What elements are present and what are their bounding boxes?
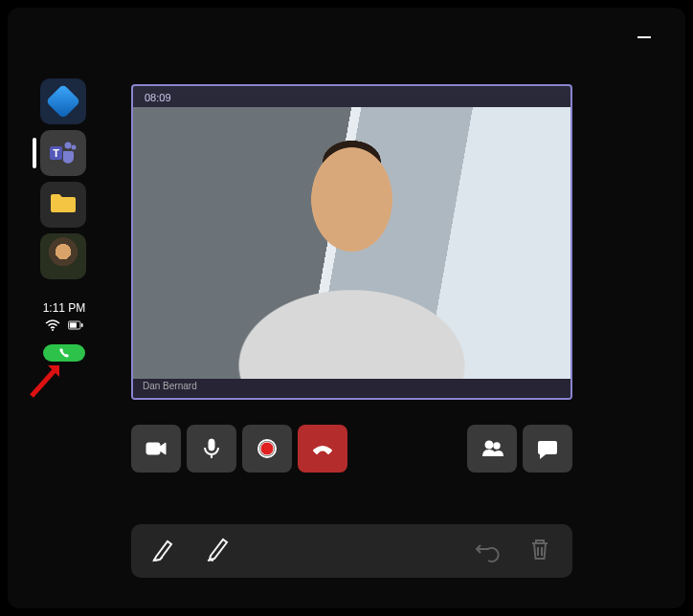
participant-video (133, 107, 570, 379)
end-call-button[interactable] (298, 425, 347, 473)
app-teams[interactable]: T (40, 130, 86, 176)
chat-icon (536, 437, 559, 460)
wifi-icon (45, 319, 60, 336)
svg-point-3 (72, 145, 77, 150)
app-files[interactable] (40, 182, 86, 228)
svg-rect-8 (146, 443, 160, 454)
svg-rect-9 (209, 439, 214, 451)
clock-time: 1:11 PM (36, 300, 92, 317)
undo-button[interactable] (473, 536, 500, 566)
svg-rect-6 (70, 323, 77, 328)
record-icon (256, 437, 279, 460)
minimize-button[interactable] (637, 36, 651, 38)
record-button[interactable] (242, 425, 292, 473)
status-block: 1:11 PM (36, 300, 92, 362)
svg-text:T: T (53, 147, 59, 159)
svg-point-4 (52, 329, 54, 331)
svg-point-11 (260, 442, 274, 455)
pen-icon (204, 536, 231, 562)
folder-icon (49, 191, 78, 218)
dynamics-icon (46, 84, 81, 120)
marker-icon (150, 536, 177, 562)
app-frame: T 1:11 PM 08:09 (8, 8, 685, 608)
app-rail: T (38, 78, 88, 279)
undo-icon (473, 536, 500, 562)
marker-button[interactable] (150, 536, 177, 566)
pen-button[interactable] (204, 536, 231, 566)
svg-point-2 (65, 143, 72, 149)
people-icon (481, 437, 503, 460)
app-dynamics[interactable] (40, 78, 86, 124)
participant-name: Dan Bernard (133, 379, 570, 398)
ink-toolbar (131, 524, 572, 578)
people-button[interactable] (467, 425, 517, 473)
avatar-icon (40, 233, 86, 279)
mic-icon (200, 437, 223, 460)
video-window: 08:09 Dan Bernard (131, 84, 572, 400)
delete-button[interactable] (526, 536, 553, 566)
chat-button[interactable] (523, 425, 572, 473)
camera-button[interactable] (131, 425, 181, 473)
camera-icon (145, 437, 168, 460)
hangup-icon (311, 437, 334, 460)
svg-point-13 (486, 442, 493, 449)
teams-icon: T (49, 141, 78, 165)
call-controls (131, 425, 572, 473)
phone-icon (58, 347, 70, 359)
call-timer: 08:09 (145, 92, 171, 103)
trash-icon (526, 536, 553, 562)
svg-point-14 (494, 443, 499, 448)
svg-rect-7 (81, 324, 83, 328)
mic-button[interactable] (187, 425, 236, 473)
battery-icon (68, 319, 83, 336)
annotation-arrow-icon (27, 360, 65, 398)
app-profile[interactable] (40, 233, 86, 279)
